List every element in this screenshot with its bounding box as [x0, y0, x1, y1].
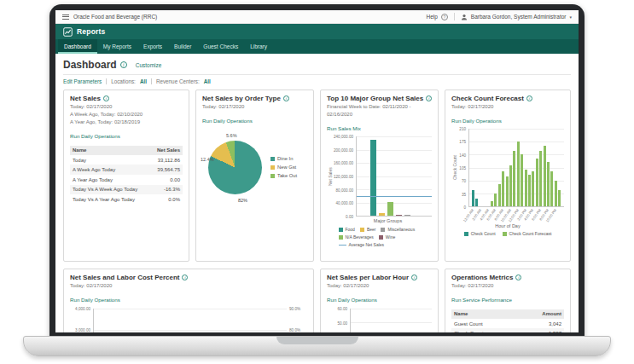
help-link[interactable]: Help — [426, 14, 437, 20]
forecast-legend: Check Count Check Count Forecast — [451, 231, 564, 236]
legend-item: Check Count — [464, 231, 496, 236]
divider — [151, 78, 152, 84]
y-axis-ticks-right: 90.0%80.0%70.0%60.0%50.0% — [287, 309, 307, 332]
legend-item: Food — [339, 227, 355, 232]
forecast-chart: Check Count 21017514010570350 — [451, 129, 564, 207]
col-amount: Amount — [524, 309, 564, 319]
card-net-sales-per-labor-hour: Net Sales per Labor Hour i Today: 02/17/… — [320, 269, 439, 332]
table-row: A Year Ago Today0.00 — [70, 175, 183, 185]
card-net-sales-by-order-type: Net Sales by Order Type i Today: 02/17/2… — [195, 90, 314, 262]
info-icon[interactable]: i — [526, 95, 532, 101]
table-row: Today33,112.86 — [70, 155, 183, 165]
laptop-frame: Oracle Food and Beverage (RRC) Help ? Ba… — [49, 4, 585, 338]
info-icon[interactable]: i — [120, 61, 127, 68]
run-daily-operations-link[interactable]: Run Daily Operations — [70, 297, 120, 303]
card-date: Today: 02/17/2020 — [451, 282, 564, 290]
top10-chart: Net Sales 240,000.00200,000.00160,000.00… — [327, 136, 432, 217]
per-labor-hour-plot — [350, 309, 432, 332]
top10-legend: Food Beer Miscellaneous N/A Beverages Wi… — [339, 227, 421, 247]
y-axis-ticks: 240,000.00200,000.00160,000.00120,000.00… — [333, 136, 356, 217]
help-icon[interactable]: ? — [441, 14, 448, 20]
run-service-performance-link[interactable]: Run Service Performance — [451, 297, 512, 303]
page-title: Dashboard — [63, 59, 117, 71]
order-type-pie — [208, 141, 262, 194]
info-icon[interactable]: i — [283, 95, 289, 101]
top10-plot — [356, 136, 432, 217]
tiles-grid: Net Sales i Today: 02/17/2020 A Week Ago… — [63, 90, 571, 332]
nav-item-guest-checks[interactable]: Guest Checks — [197, 39, 244, 54]
nav-item-my-reports[interactable]: My Reports — [97, 39, 137, 54]
product-title: Reports — [77, 27, 106, 36]
legend-item: New Gst — [270, 165, 297, 170]
user-icon — [461, 14, 468, 20]
customize-link[interactable]: Customize — [136, 62, 162, 68]
utility-bar: Oracle Food and Beverage (RRC) Help ? Ba… — [55, 10, 579, 24]
legend-item: Take Out — [270, 173, 297, 178]
run-sales-mix-link[interactable]: Run Sales Mix — [327, 125, 361, 131]
run-daily-operations-link[interactable]: Run Daily Operations — [327, 297, 377, 303]
info-icon[interactable]: i — [426, 95, 432, 101]
dashboard-content: Dashboard i Customize Edit Parameters Lo… — [55, 54, 579, 332]
y-axis-label: Net Sales — [327, 136, 333, 217]
card-date: A Week Ago, Today: 02/10/2020 — [70, 111, 183, 118]
run-daily-operations-link[interactable]: Run Daily Operations — [70, 133, 120, 139]
info-icon[interactable]: i — [103, 95, 109, 101]
run-daily-operations-link[interactable]: Run Daily Operations — [202, 118, 253, 124]
info-icon[interactable]: i — [411, 274, 417, 280]
card-date: A Year Ago, Today: 02/18/2019 — [70, 118, 183, 126]
legend-item: Beer — [360, 227, 376, 232]
laptop-base — [23, 336, 611, 356]
y-axis-ticks-left: 4,000.003,000.002,000.001,000.000.00 — [70, 309, 93, 332]
legend-item: Miscellaneous — [381, 227, 415, 232]
pie-legend: Dine In New Gst Take Out — [270, 156, 297, 178]
table-row: A Week Ago Today39,564.75 — [70, 165, 183, 175]
info-icon[interactable]: i — [182, 274, 188, 280]
locations-label: Locations: — [111, 78, 136, 84]
run-daily-operations-link[interactable]: Run Daily Operations — [451, 118, 502, 124]
menu-icon[interactable] — [62, 14, 69, 20]
filter-bar: Edit Parameters Locations: All Revenue C… — [63, 78, 571, 84]
nav-item-exports[interactable]: Exports — [137, 39, 168, 54]
table-row: Check Count1,527 — [451, 328, 564, 332]
card-date: Today: 02/17/2020 — [451, 103, 564, 111]
card-title: Net Sales — [70, 95, 101, 102]
card-title: Check Count Forecast — [451, 95, 524, 102]
table-row: Today Vs A Week Ago Today-16.3% — [70, 185, 183, 195]
y-axis-ticks: 60.0050.0040.0030.0020.0010.000.00 — [327, 309, 350, 332]
brand-bar: Reports — [55, 24, 579, 39]
card-operations-metrics: Operations Metrics i Today: 02/17/2020 R… — [445, 269, 571, 332]
labor-cost-chart: 4,000.003,000.002,000.001,000.000.00 90.… — [70, 309, 307, 332]
card-title: Net Sales by Order Type — [202, 95, 281, 102]
divider — [106, 78, 107, 84]
edit-parameters-link[interactable]: Edit Parameters — [63, 78, 102, 84]
card-date: Today: 02/17/2020 — [70, 282, 307, 290]
card-date: Today: 02/17/2020 — [202, 103, 307, 111]
card-net-sales-and-labor-cost-percent: Net Sales and Labor Cost Percent i Today… — [63, 269, 314, 332]
table-row: Today Vs A Year Ago Today0.0% — [70, 194, 183, 205]
app-window: Oracle Food and Beverage (RRC) Help ? Ba… — [55, 10, 579, 332]
nav-item-library[interactable]: Library — [244, 39, 273, 54]
nav-item-builder[interactable]: Builder — [168, 39, 197, 54]
revenue-centers-label: Revenue Centers: — [156, 78, 200, 84]
net-sales-table: Name Net Sales Today33,112.86 A Week Ago… — [70, 146, 183, 205]
laptop-base-notch — [276, 337, 358, 344]
card-net-sales: Net Sales i Today: 02/17/2020 A Week Ago… — [63, 90, 189, 262]
locations-value[interactable]: All — [140, 78, 147, 84]
revenue-centers-value[interactable]: All — [204, 78, 211, 84]
col-net-sales: Net Sales — [150, 146, 183, 155]
labor-cost-plot — [93, 309, 287, 332]
info-icon[interactable]: i — [515, 274, 521, 280]
nav-item-dashboard[interactable]: Dashboard — [58, 39, 97, 54]
page-title-row: Dashboard i Customize — [63, 59, 571, 75]
laptop-mockup: Oracle Food and Beverage (RRC) Help ? Ba… — [0, 0, 634, 364]
col-name: Name — [70, 146, 150, 155]
legend-item-average-line: Average Net Sales — [339, 242, 385, 247]
legend-item: Wine — [379, 234, 395, 240]
per-labor-hour-chart: 60.0050.0040.0030.0020.0010.000.00 — [327, 309, 432, 332]
card-title: Net Sales per Labor Hour — [327, 274, 409, 281]
y-axis-label: Check Count — [451, 129, 457, 207]
user-menu[interactable]: Barbara Gordon, System Administrator — [471, 14, 567, 20]
table-header-row: Name Net Sales — [70, 146, 183, 155]
card-title: Net Sales and Labor Cost Percent — [70, 274, 179, 281]
nav-bar: Dashboard My Reports Exports Builder Gue… — [55, 39, 579, 54]
